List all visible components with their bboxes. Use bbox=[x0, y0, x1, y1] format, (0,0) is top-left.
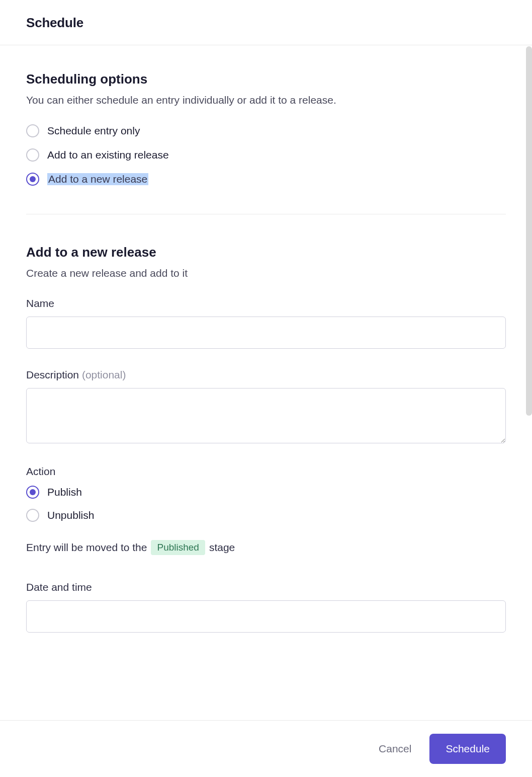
radio-unpublish[interactable]: Unpublish bbox=[26, 509, 506, 522]
name-field-block: Name bbox=[26, 297, 506, 349]
new-release-title: Add to a new release bbox=[26, 245, 506, 260]
radio-label: Unpublish bbox=[47, 509, 94, 521]
schedule-modal: Schedule Scheduling options You can eith… bbox=[0, 0, 532, 777]
modal-footer: Cancel Schedule bbox=[0, 720, 532, 777]
description-label-text: Description bbox=[26, 369, 79, 380]
radio-icon bbox=[26, 486, 39, 499]
section-divider bbox=[26, 214, 506, 214]
datetime-label: Date and time bbox=[26, 581, 506, 593]
description-field-block: Description (optional) bbox=[26, 369, 506, 445]
radio-icon bbox=[26, 509, 39, 522]
action-field-block: Action Publish Unpublish Entry will be m… bbox=[26, 465, 506, 555]
scheduling-options-radio-group: Schedule entry only Add to an existing r… bbox=[26, 124, 506, 186]
modal-header: Schedule bbox=[0, 0, 532, 45]
entry-status-text: Entry will be moved to the Published sta… bbox=[26, 540, 506, 555]
status-badge: Published bbox=[151, 540, 205, 555]
modal-body[interactable]: Scheduling options You can either schedu… bbox=[0, 45, 532, 720]
radio-icon bbox=[26, 148, 39, 162]
new-release-subtitle: Create a new release and add to it bbox=[26, 267, 506, 279]
description-label: Description (optional) bbox=[26, 369, 506, 381]
radio-label: Schedule entry only bbox=[47, 125, 140, 137]
scheduling-options-subtitle: You can either schedule an entry individ… bbox=[26, 94, 506, 106]
datetime-field-block: Date and time bbox=[26, 581, 506, 633]
radio-schedule-entry-only[interactable]: Schedule entry only bbox=[26, 124, 506, 137]
radio-add-new-release[interactable]: Add to a new release bbox=[26, 173, 506, 186]
schedule-button[interactable]: Schedule bbox=[429, 734, 506, 764]
entry-status-suffix: stage bbox=[209, 541, 235, 554]
scheduling-options-title: Scheduling options bbox=[26, 71, 506, 87]
radio-icon bbox=[26, 124, 39, 137]
scrollbar-thumb[interactable] bbox=[526, 46, 532, 416]
radio-add-existing-release[interactable]: Add to an existing release bbox=[26, 148, 506, 162]
description-input[interactable] bbox=[26, 388, 506, 443]
action-radio-group: Publish Unpublish bbox=[26, 486, 506, 522]
radio-label: Publish bbox=[47, 486, 82, 498]
modal-title: Schedule bbox=[26, 15, 506, 31]
scrollbar-track bbox=[526, 46, 532, 459]
datetime-input[interactable] bbox=[26, 600, 506, 633]
description-hint: (optional) bbox=[82, 369, 126, 380]
entry-status-prefix: Entry will be moved to the bbox=[26, 541, 147, 554]
radio-label: Add to an existing release bbox=[47, 149, 169, 161]
cancel-button[interactable]: Cancel bbox=[375, 737, 415, 761]
radio-icon bbox=[26, 173, 39, 186]
radio-publish[interactable]: Publish bbox=[26, 486, 506, 499]
action-label: Action bbox=[26, 465, 506, 478]
name-input[interactable] bbox=[26, 317, 506, 349]
radio-label: Add to a new release bbox=[47, 173, 148, 185]
name-label: Name bbox=[26, 297, 506, 309]
